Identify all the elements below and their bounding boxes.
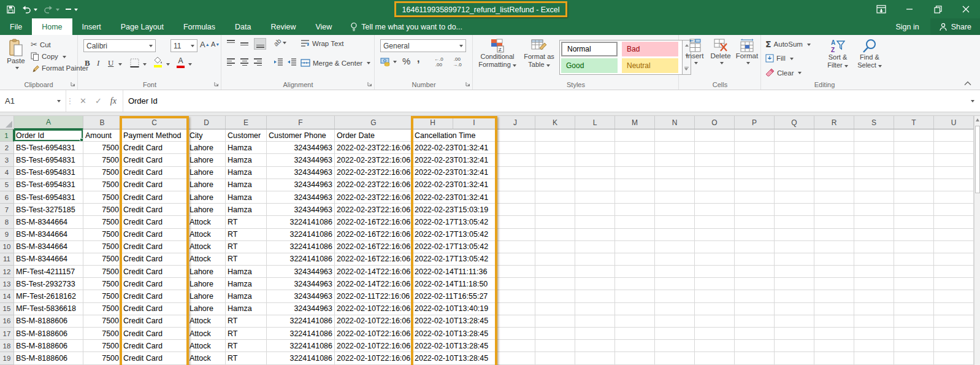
cell-L13[interactable]: [575, 278, 615, 290]
cell-J15[interactable]: [496, 303, 535, 315]
column-header-B[interactable]: B: [83, 116, 121, 129]
cell-T13[interactable]: [894, 278, 934, 290]
collapse-ribbon-button[interactable]: [964, 80, 971, 87]
cell-J16[interactable]: [496, 315, 535, 328]
cell-E12[interactable]: Hamza: [226, 266, 267, 278]
cell-S4[interactable]: [854, 167, 894, 179]
cell-E8[interactable]: RT: [226, 216, 267, 228]
cell-H11[interactable]: 2022-02-17T13:05:42: [413, 253, 453, 266]
cell-S19[interactable]: [854, 352, 894, 364]
insert-cells-button[interactable]: Insert: [683, 39, 706, 65]
sign-in-button[interactable]: Sign in: [887, 23, 927, 31]
cell-G15[interactable]: 2022-02-10T22:16:06: [335, 303, 413, 315]
cell-K14[interactable]: [535, 290, 575, 302]
column-header-I[interactable]: I: [453, 116, 496, 129]
cell-E10[interactable]: RT: [226, 241, 267, 253]
cell-G9[interactable]: 2022-02-16T22:16:06: [335, 229, 413, 241]
row-header-15[interactable]: 15: [0, 303, 14, 315]
cell-K6[interactable]: [535, 191, 575, 204]
cell-N14[interactable]: [655, 290, 695, 302]
cell-A17[interactable]: BS-M-8188606: [14, 328, 83, 340]
cell-H5[interactable]: 2022-02-23T01:32:41: [413, 179, 453, 191]
cell-C5[interactable]: Credit Card: [121, 179, 188, 191]
cell-R17[interactable]: [814, 328, 854, 340]
cell-P8[interactable]: [735, 216, 775, 228]
cell-U3[interactable]: [934, 154, 974, 166]
cell-L17[interactable]: [575, 328, 615, 340]
tab-insert[interactable]: Insert: [72, 18, 111, 35]
cell-J19[interactable]: [496, 352, 535, 364]
cell-P3[interactable]: [735, 154, 775, 166]
cell-L1[interactable]: [575, 129, 615, 142]
bold-button[interactable]: B: [85, 58, 90, 68]
minimize-button[interactable]: [895, 0, 924, 18]
cell-A13[interactable]: BS-Test-2932733: [14, 278, 83, 290]
cell-A12[interactable]: MF-Test-4211157: [14, 266, 83, 278]
italic-button[interactable]: I: [97, 58, 99, 68]
cell-O2[interactable]: [695, 142, 735, 154]
cell-R13[interactable]: [814, 278, 854, 290]
cell-E16[interactable]: RT: [226, 315, 267, 328]
cell-P17[interactable]: [735, 328, 775, 340]
row-header-7[interactable]: 7: [0, 204, 14, 216]
cell-K7[interactable]: [535, 204, 575, 216]
cell-A15[interactable]: MF-Test-5836618: [14, 303, 83, 315]
cell-F7[interactable]: 324344963: [267, 204, 335, 216]
column-header-C[interactable]: C: [121, 116, 188, 129]
cell-A11[interactable]: BS-M-8344664: [14, 253, 83, 266]
cell-E13[interactable]: Hamza: [226, 278, 267, 290]
cell-U7[interactable]: [934, 204, 974, 216]
cell-D16[interactable]: Attock: [188, 315, 226, 328]
cell-A3[interactable]: BS-Test-6954831: [14, 154, 83, 166]
cell-H17[interactable]: 2022-02-10T13:28:45: [413, 328, 453, 340]
cell-S13[interactable]: [854, 278, 894, 290]
cell-L3[interactable]: [575, 154, 615, 166]
cell-B12[interactable]: 7500: [83, 266, 121, 278]
cell-B13[interactable]: 7500: [83, 278, 121, 290]
cell-S6[interactable]: [854, 191, 894, 204]
row-header-8[interactable]: 8: [0, 216, 14, 228]
cell-Q15[interactable]: [775, 303, 814, 315]
cell-S1[interactable]: [854, 129, 894, 142]
close-button[interactable]: [952, 0, 980, 18]
cell-J10[interactable]: [496, 241, 535, 253]
merge-center-button[interactable]: Merge & Center: [301, 59, 370, 67]
underline-dropdown-arrow[interactable]: [118, 63, 122, 67]
cell-O9[interactable]: [695, 229, 735, 241]
formula-input[interactable]: Order Id: [123, 90, 963, 112]
cell-Q13[interactable]: [775, 278, 814, 290]
cell-B8[interactable]: 7500: [83, 216, 121, 228]
column-header-Q[interactable]: Q: [775, 116, 814, 129]
cell-O13[interactable]: [695, 278, 735, 290]
cell-Q11[interactable]: [775, 253, 814, 266]
cell-T14[interactable]: [894, 290, 934, 302]
cell-K3[interactable]: [535, 154, 575, 166]
cell-A10[interactable]: BS-M-8344664: [14, 241, 83, 253]
font-color-button[interactable]: A: [177, 56, 185, 68]
cell-D3[interactable]: Lahore: [188, 154, 226, 166]
cell-C16[interactable]: Credit Card: [121, 315, 188, 328]
style-neutral[interactable]: Neutral: [622, 58, 678, 73]
cell-F4[interactable]: 324344963: [267, 167, 335, 179]
column-header-A[interactable]: A: [14, 116, 83, 129]
customize-qat-button[interactable]: [66, 7, 78, 12]
orientation-button[interactable]: ab: [274, 39, 286, 46]
cell-M4[interactable]: [615, 167, 655, 179]
cell-D17[interactable]: Attock: [188, 328, 226, 340]
cell-K4[interactable]: [535, 167, 575, 179]
cell-B11[interactable]: 7500: [83, 253, 121, 266]
cell-H13[interactable]: 2022-02-14T11:18:50: [413, 278, 453, 290]
cell-R4[interactable]: [814, 167, 854, 179]
cell-R2[interactable]: [814, 142, 854, 154]
cell-D4[interactable]: Lahore: [188, 167, 226, 179]
align-right-button[interactable]: [254, 58, 262, 66]
save-button[interactable]: [6, 5, 15, 14]
cell-O3[interactable]: [695, 154, 735, 166]
cell-D9[interactable]: Attock: [188, 229, 226, 241]
cell-T6[interactable]: [894, 191, 934, 204]
cell-Q5[interactable]: [775, 179, 814, 191]
ribbon-display-options-button[interactable]: [867, 0, 895, 18]
cell-E11[interactable]: RT: [226, 253, 267, 266]
cell-S11[interactable]: [854, 253, 894, 266]
paste-button[interactable]: Paste: [4, 39, 28, 70]
